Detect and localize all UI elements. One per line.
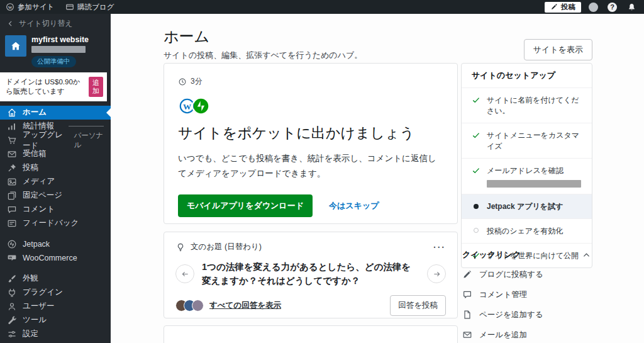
sidebar-item-label: コメント xyxy=(23,204,55,215)
sidebar-item-jetpack[interactable]: Jetpack xyxy=(0,237,111,251)
my-sites-tab[interactable]: W 参加サイト xyxy=(0,0,60,14)
sidebar-item-settings[interactable]: 設定 xyxy=(0,327,111,341)
responder-avatars xyxy=(175,300,204,312)
post-button[interactable]: 投稿 xyxy=(545,2,581,13)
check-icon xyxy=(472,166,480,175)
sidebar-item-comments[interactable]: コメント xyxy=(0,203,111,216)
page-title: ホーム xyxy=(164,26,209,47)
sidebar-item-plugins[interactable]: プラグイン xyxy=(0,286,111,300)
jetpack-icon xyxy=(7,239,17,249)
setup-item-try-jetpack-app[interactable]: Jetpack アプリを試す xyxy=(462,194,592,219)
sidebar-item-media[interactable]: メディア xyxy=(0,175,111,189)
sidebar-item-label: ホーム xyxy=(23,107,47,118)
clock-icon xyxy=(178,77,187,86)
site-name: myfirst website xyxy=(31,35,89,44)
card-actions: モバイルアプリをダウンロード 今はスキップ xyxy=(178,194,443,217)
setup-item-label: サイトメニューをカスタマイズ xyxy=(487,130,582,152)
inbox-icon xyxy=(7,149,17,159)
switch-site-label: サイト切り替え xyxy=(19,18,72,29)
pencil-icon xyxy=(462,269,472,279)
todo-circle-icon xyxy=(474,228,479,233)
current-step-dot-icon xyxy=(474,204,479,209)
sidebar-item-pages[interactable]: 固定ページ xyxy=(0,189,111,203)
quick-link-add-email[interactable]: メールを追加 xyxy=(461,325,592,343)
quick-links-header: クイックリンク xyxy=(461,245,592,264)
site-card[interactable]: myfirst website 公開準備中 xyxy=(0,32,111,67)
setup-item-label: メールアドレスを確認 xyxy=(487,166,564,175)
view-all-responses-link[interactable]: すべての回答を表示 xyxy=(209,300,281,311)
card-heading: サイトをポケットに出かけましょう xyxy=(178,123,443,143)
view-site-button[interactable]: サイトを表示 xyxy=(524,39,592,60)
arrow-right-icon xyxy=(432,269,441,279)
previous-prompt-button[interactable] xyxy=(175,264,194,283)
setup-item-verify-email[interactable]: メールアドレスを確認 xyxy=(462,159,592,194)
quick-link-write-post[interactable]: ブログに投稿する xyxy=(461,264,592,284)
chevron-up-icon[interactable] xyxy=(582,250,591,260)
comment-icon xyxy=(462,290,472,300)
sidebar-item-inbox[interactable]: 受信箱 xyxy=(0,147,111,161)
post-answer-button[interactable]: 回答を投稿 xyxy=(390,295,446,316)
switch-site-button[interactable]: サイト切り替え xyxy=(0,14,111,32)
skip-link[interactable]: 今はスキップ xyxy=(329,200,379,211)
site-status-badge: 公開準備中 xyxy=(31,56,76,67)
sidebar-item-feedback[interactable]: フィードバック xyxy=(0,216,111,230)
check-icon xyxy=(472,96,480,104)
my-sites-label: 参加サイト xyxy=(18,3,54,12)
card-body: いつでも、どこでも投稿を書き、統計を表示し、コメントに返信してメディアをアップロ… xyxy=(178,151,443,182)
lightbulb-icon xyxy=(175,242,186,252)
quick-link-add-page[interactable]: ページを追加する xyxy=(461,305,592,325)
sidebar-item-label: 外観 xyxy=(23,273,38,284)
quick-link-label: コメント管理 xyxy=(479,290,527,300)
stats-icon xyxy=(7,121,17,132)
user-avatar[interactable] xyxy=(589,3,598,12)
next-prompt-button[interactable] xyxy=(427,264,446,283)
sidebar-item-users[interactable]: ユーザー xyxy=(0,300,111,313)
sidebar-item-label: ユーザー xyxy=(23,301,55,312)
site-home-icon xyxy=(5,35,26,57)
setup-item-label: 投稿のシェアを有効化 xyxy=(487,226,563,237)
sidebar-item-label: プラグイン xyxy=(23,287,63,298)
site-info: myfirst website 公開準備中 xyxy=(31,35,89,67)
sidebar-item-label: 投稿 xyxy=(23,162,38,173)
sidebar-item-label: 設定 xyxy=(23,329,38,339)
nav-group-divider xyxy=(0,230,111,237)
sidebar-item-woocommerce[interactable]: WooCommerce xyxy=(0,251,111,265)
quick-link-label: ページを追加する xyxy=(479,310,543,320)
sidebar-item-appearance[interactable]: 外観 xyxy=(0,272,111,286)
plugin-icon xyxy=(7,288,17,298)
sidebar-item-label: ツール xyxy=(23,315,47,325)
pages-icon xyxy=(7,191,17,201)
stats-redacted-bar xyxy=(69,126,104,127)
reader-tab[interactable]: 購読ブログ xyxy=(60,0,119,14)
app-logos: W xyxy=(178,97,443,115)
setup-item-name-site[interactable]: サイトに名前を付けてください。 xyxy=(462,88,592,123)
ellipsis-menu-icon[interactable]: ··· xyxy=(433,242,446,252)
main-content: ホーム サイトの投稿、編集、拡張すべてを行うためのハブ。 サイトを表示 3分 W… xyxy=(111,14,644,343)
check-icon xyxy=(472,131,480,140)
chevron-left-icon xyxy=(6,20,14,28)
sidebar-item-upgrades[interactable]: アップグレード パーソナル xyxy=(0,133,111,147)
pushpin-icon xyxy=(7,163,17,173)
domain-add-button[interactable]: 追加 xyxy=(89,77,103,96)
sidebar-item-tools[interactable]: ツール xyxy=(0,313,111,327)
setup-item-label: Jetpack アプリを試す xyxy=(487,201,563,212)
notifications-bell-icon[interactable] xyxy=(627,3,636,12)
download-app-button[interactable]: モバイルアプリをダウンロード xyxy=(178,194,313,217)
avatar xyxy=(192,300,204,312)
pen-icon xyxy=(550,3,558,11)
arrow-left-icon xyxy=(180,269,190,279)
prompt-row: 1つの法律を変える力があるとしたら、どの法律を変えますか？それはどうしてですか？ xyxy=(175,260,446,288)
wordpress-logo-icon: W xyxy=(6,3,14,11)
mobile-app-card: 3分 W サイトをポケットに出かけましょう いつでも、どこでも投稿を書き、統計を… xyxy=(164,63,458,224)
reader-icon xyxy=(65,3,74,11)
sidebar-item-posts[interactable]: 投稿 xyxy=(0,161,111,175)
admin-topbar: W 参加サイト 購読ブログ 投稿 ? xyxy=(0,0,644,14)
quick-link-manage-comments[interactable]: コメント管理 xyxy=(461,284,592,305)
setup-item-customize-menu[interactable]: サイトメニューをカスタマイズ xyxy=(462,123,592,159)
quick-links: クイックリンク ブログに投稿する コメント管理 ページを追加する メールを追加 … xyxy=(461,245,592,343)
setup-item-enable-sharing[interactable]: 投稿のシェアを有効化 xyxy=(462,219,592,244)
help-icon[interactable]: ? xyxy=(608,3,617,12)
brush-icon xyxy=(7,274,17,284)
sidebar-item-home[interactable]: ホーム xyxy=(0,106,111,120)
reader-label: 購読ブログ xyxy=(77,3,114,12)
